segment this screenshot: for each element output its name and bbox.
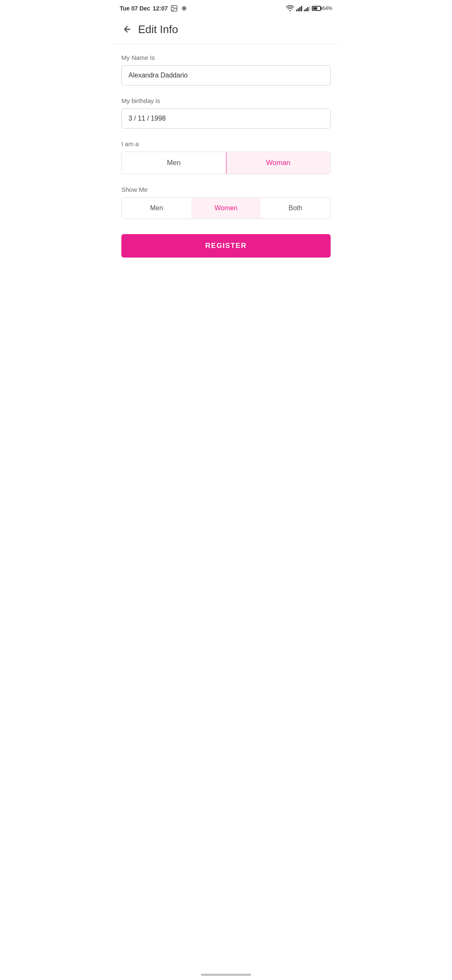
birthday-input[interactable] [121, 108, 331, 129]
page-title: Edit Info [138, 23, 178, 36]
gender-men-button[interactable]: Men [122, 152, 226, 174]
name-input[interactable] [121, 65, 331, 85]
back-arrow-icon [123, 25, 132, 34]
show-men-button[interactable]: Men [122, 198, 191, 219]
birthday-field-group: My birthday is [121, 97, 331, 129]
home-indicator [201, 974, 251, 976]
status-left: Tue 07 Dec 12:07 [120, 5, 188, 12]
status-bar: Tue 07 Dec 12:07 [113, 0, 339, 17]
battery-container: 64% [312, 5, 332, 11]
show-me-label: Show Me [121, 186, 331, 193]
gender-field-group: I am a Men Woman [121, 140, 331, 174]
name-field-group: My Name Is [121, 54, 331, 85]
gallery-icon [170, 5, 178, 12]
status-right: 64% [286, 5, 332, 12]
header: Edit Info [113, 17, 339, 44]
svg-point-2 [184, 8, 185, 9]
show-me-field-group: Show Me Men Women Both [121, 186, 331, 219]
gender-woman-button[interactable]: Woman [226, 152, 331, 174]
battery-icon [312, 6, 321, 11]
signal-icon [296, 5, 302, 11]
gender-toggle: Men Woman [121, 152, 331, 174]
battery-percentage: 64% [322, 5, 332, 11]
register-button[interactable]: REGISTER [121, 234, 331, 258]
form-content: My Name Is My birthday is I am a Men Wom… [113, 44, 339, 268]
wifi-icon [286, 5, 294, 12]
birthday-label: My birthday is [121, 97, 331, 104]
svg-point-1 [172, 7, 173, 8]
show-women-button[interactable]: Women [191, 198, 261, 219]
status-date: Tue 07 Dec [120, 5, 150, 12]
gender-label: I am a [121, 140, 331, 147]
show-both-button[interactable]: Both [261, 198, 330, 219]
name-label: My Name Is [121, 54, 331, 61]
status-time: 12:07 [153, 5, 168, 12]
signal-icon-2 [304, 5, 310, 11]
back-button[interactable] [120, 22, 135, 37]
pinwheel-icon [180, 5, 188, 12]
show-me-toggle: Men Women Both [121, 197, 331, 219]
